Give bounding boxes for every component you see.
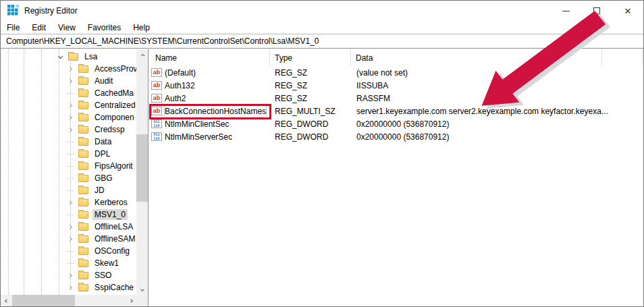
chevron-right-icon[interactable] (66, 113, 74, 121)
address-bar[interactable]: Computer\HKEY_LOCAL_MACHINE\SYSTEM\Curre… (1, 34, 643, 49)
tree-node-audit[interactable]: Audit (1, 75, 136, 87)
tree-node-label[interactable]: JD (92, 185, 107, 196)
scrollbar-corner (136, 295, 148, 306)
chevron-right-icon[interactable] (66, 235, 74, 243)
tree-node-label[interactable]: OfflineLSA (92, 221, 135, 232)
tree-node-label[interactable]: AccessProv (92, 63, 136, 74)
folder-icon (78, 223, 88, 231)
value-row-default[interactable]: ab (Default) REG_SZ (value not set) (149, 66, 643, 79)
window-title: Registry Editor (24, 6, 78, 16)
minimize-icon (562, 11, 570, 11)
scroll-down-button[interactable] (136, 283, 148, 295)
values-pane: Name Type Data ab (Default) REG_SZ (valu… (149, 49, 643, 306)
tree-node-label[interactable]: CachedMa (92, 88, 136, 99)
close-icon: ✕ (624, 7, 632, 16)
tree-node-label[interactable]: OfflineSAM (92, 233, 136, 244)
tree-node-sso[interactable]: SSO (1, 269, 136, 281)
chevron-right-icon[interactable] (66, 77, 74, 85)
value-name[interactable]: (Default) (165, 68, 196, 78)
folder-icon (78, 163, 88, 170)
tree-node-offlinesam[interactable]: OfflineSAM (1, 233, 136, 245)
tree-node-cachedma[interactable]: CachedMa (1, 87, 136, 99)
tree-node-label[interactable]: Centralized (92, 100, 136, 111)
tree-node-componen[interactable]: Componen (1, 111, 136, 123)
tree-node-label[interactable]: DPL (92, 148, 112, 159)
column-header-type[interactable]: Type (270, 49, 351, 66)
value-name[interactable]: Auth132 (165, 81, 195, 90)
tree-node-label[interactable]: Audit (92, 76, 115, 86)
value-type: REG_SZ (270, 94, 351, 103)
tree-node-label[interactable]: Credssp (92, 124, 127, 135)
string-value-icon: ab (151, 68, 162, 77)
menu-favorites[interactable]: Favorites (82, 21, 127, 34)
tree-node-msv1_0[interactable]: MSV1_0 (1, 208, 136, 221)
chevron-right-icon[interactable] (66, 65, 74, 73)
tree-node-label[interactable]: Data (92, 136, 113, 147)
tree-node-sspicache[interactable]: SspiCache (1, 281, 136, 294)
scroll-left-button[interactable] (1, 295, 12, 306)
chevron-right-icon[interactable] (66, 283, 74, 291)
value-row-auth132[interactable]: ab Auth132 REG_SZ IISSUBA (149, 79, 643, 92)
tree-node-jd[interactable]: JD (1, 184, 136, 196)
chevron-right-icon[interactable] (66, 198, 74, 206)
value-row-auth2[interactable]: ab Auth2 REG_SZ RASSFM (149, 92, 643, 105)
tree-node-fipsalgorit[interactable]: FipsAlgorit (1, 160, 136, 172)
folder-icon (78, 102, 88, 109)
tree-node-dpl[interactable]: DPL (1, 148, 136, 160)
menu-view[interactable]: View (52, 21, 82, 34)
tree-horizontal-scrollbar[interactable] (1, 295, 136, 306)
minimize-button[interactable] (550, 1, 581, 21)
vertical-scrollbar-thumb[interactable] (136, 134, 148, 202)
tree-node-skew1[interactable]: Skew1 (1, 257, 136, 269)
tree-node-centralized[interactable]: Centralized (1, 99, 136, 111)
tree-node-gbg[interactable]: GBG (1, 172, 136, 184)
tree-node-label[interactable]: SSO (92, 270, 113, 281)
tree-node-accessprov[interactable]: AccessProv (1, 63, 136, 75)
tree-node-label-selected[interactable]: MSV1_0 (92, 209, 128, 220)
column-header-data[interactable]: Data (351, 49, 602, 66)
chevron-right-icon[interactable] (66, 125, 74, 134)
menu-file[interactable]: File (1, 21, 26, 34)
value-row-ntlmminserversec[interactable]: 011110 NtlmMinServerSec REG_DWORD 0x2000… (149, 130, 643, 143)
value-name[interactable]: NtlmMinClientSec (165, 119, 229, 129)
tree-node-data[interactable]: Data (1, 136, 136, 148)
tree-node-label[interactable]: OSConfig (92, 246, 132, 256)
value-row-backconnectionhostnames[interactable]: ab BackConnectionHostNames REG_MULTI_SZ … (149, 105, 643, 117)
tree-node-offlinelsa[interactable]: OfflineLSA (1, 221, 136, 233)
maximize-icon (593, 7, 600, 14)
tree-node-label[interactable]: FipsAlgorit (92, 161, 135, 171)
tree-vertical-scrollbar[interactable] (136, 49, 148, 295)
horizontal-scrollbar-thumb[interactable] (12, 295, 75, 306)
title-bar: Registry Editor ✕ (1, 1, 643, 21)
string-value-icon: ab (151, 94, 162, 103)
column-header-name[interactable]: Name (149, 49, 270, 66)
value-row-ntlmminclientsec[interactable]: 011110 NtlmMinClientSec REG_DWORD 0x2000… (149, 117, 643, 130)
chevron-down-icon[interactable] (56, 53, 64, 61)
close-button[interactable]: ✕ (612, 1, 643, 21)
value-name-selected[interactable]: BackConnectionHostNames (165, 107, 266, 116)
chevron-up-icon (140, 53, 144, 57)
tree-node-label[interactable]: SspiCache (92, 282, 136, 293)
value-type: REG_DWORD (270, 132, 351, 142)
maximize-button[interactable] (581, 1, 612, 21)
tree-node-label[interactable]: Kerberos (92, 197, 130, 208)
tree-node-label[interactable]: Componen (92, 112, 136, 123)
tree-node-label[interactable]: GBG (92, 173, 115, 184)
chevron-right-icon[interactable] (66, 271, 74, 279)
tree-node-osconfig[interactable]: OSConfig (1, 245, 136, 257)
menu-help[interactable]: Help (127, 21, 156, 34)
tree-node-label[interactable]: Lsa (82, 51, 99, 62)
tree-node-credssp[interactable]: Credssp (1, 123, 136, 136)
value-name[interactable]: NtlmMinServerSec (165, 132, 232, 142)
chevron-right-icon[interactable] (66, 223, 74, 231)
registry-path: Computer\HKEY_LOCAL_MACHINE\SYSTEM\Curre… (6, 36, 319, 46)
scroll-up-button[interactable] (136, 49, 148, 61)
chevron-right-icon[interactable] (66, 101, 74, 109)
value-name[interactable]: Auth2 (165, 94, 186, 103)
menu-edit[interactable]: Edit (26, 21, 52, 34)
tree-node-label[interactable]: Skew1 (92, 258, 121, 269)
tree-node-lsa[interactable]: Lsa (1, 51, 136, 63)
tree-node-kerberos[interactable]: Kerberos (1, 196, 136, 208)
leaf-connector (66, 247, 74, 255)
scroll-right-button[interactable] (125, 295, 136, 306)
